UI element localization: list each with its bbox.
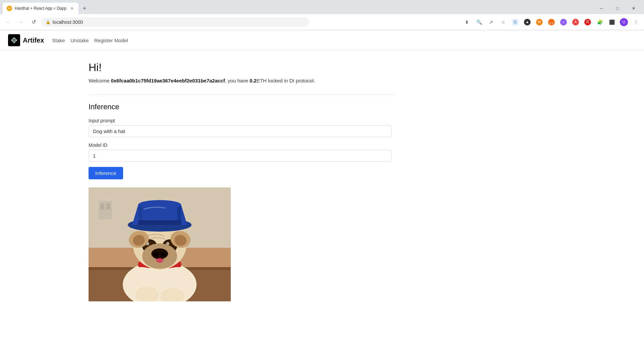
welcome-middle: , you have (225, 78, 250, 83)
welcome-prefix: Welcome (89, 78, 111, 83)
welcome-message: Welcome 0x6fcaa0b1c75fd19ae367e4eebf2e03… (89, 78, 394, 83)
close-button[interactable]: ✕ (626, 3, 641, 14)
ext-icon-2[interactable]: ● (522, 17, 533, 27)
nav-links: Stake Unstake Register Model (52, 36, 128, 45)
tab-favicon: H (7, 6, 12, 11)
model-id-field[interactable] (89, 150, 392, 162)
active-tab[interactable]: H Hardhat + React App = Dapp ✕ (3, 3, 78, 14)
download-icon[interactable]: ⬇ (462, 17, 472, 27)
share-icon[interactable]: ↗ (486, 17, 496, 27)
stake-link[interactable]: Stake (52, 36, 65, 45)
section-divider (89, 94, 394, 95)
generated-image (89, 187, 231, 301)
ext-icon-6[interactable]: A (570, 17, 581, 27)
ext-icon-5[interactable]: ◇ (558, 17, 569, 27)
reload-button[interactable]: ↺ (28, 17, 39, 27)
maximize-button[interactable]: □ (610, 3, 625, 14)
browser-menu[interactable]: ⋮ (631, 17, 641, 27)
register-model-link[interactable]: Register Model (94, 36, 128, 45)
eth-amount: 0.2 (250, 78, 257, 83)
logo-icon (8, 34, 20, 46)
unstake-link[interactable]: Unstake (70, 36, 89, 45)
svg-rect-33 (138, 220, 181, 225)
new-tab-button[interactable]: + (80, 4, 89, 13)
ext-metamask-icon[interactable]: M (534, 17, 545, 27)
input-prompt-label: Input prompt (89, 118, 394, 123)
svg-point-24 (156, 258, 163, 263)
wallet-address: 0x6fcaa0b1c75fd19ae367e4eebf2e031be7a2ac… (111, 78, 225, 83)
back-button[interactable]: ← (3, 17, 13, 27)
svg-point-23 (160, 252, 166, 256)
inference-button[interactable]: Inference (89, 167, 123, 179)
page-content: Artifex Stake Unstake Register Model Hi!… (0, 30, 644, 362)
sidebar-toggle[interactable]: ⬛ (606, 17, 617, 27)
ext-icon-7[interactable]: R (582, 17, 593, 27)
address-bar: ← → ↺ 🔒 localhost:3000 ⬇ 🔍 ↗ ☆ G ● M 🦊 (0, 14, 644, 30)
input-prompt-field[interactable] (89, 125, 392, 137)
forward-button[interactable]: → (15, 17, 26, 27)
model-id-label: Model ID (89, 142, 394, 148)
svg-rect-8 (106, 203, 110, 209)
inference-section-title: Inference (89, 103, 394, 111)
svg-point-22 (154, 252, 159, 256)
ext-icon-1[interactable]: G (510, 17, 521, 27)
welcome-suffix: ETH locked in DI protocol. (257, 78, 315, 83)
lock-icon: 🔒 (46, 20, 51, 24)
user-avatar[interactable]: U (619, 17, 629, 27)
tab-title: Hardhat + React App = Dapp (15, 6, 66, 11)
dog-svg (89, 187, 231, 301)
tab-bar: H Hardhat + React App = Dapp ✕ + ─ □ ✕ (0, 0, 644, 14)
page-greeting: Hi! (89, 61, 394, 74)
url-bar[interactable]: 🔒 localhost:3000 (41, 17, 309, 27)
ext-icon-4[interactable]: 🦊 (546, 17, 557, 27)
url-text: localhost:3000 (53, 19, 83, 25)
search-icon[interactable]: 🔍 (474, 17, 484, 27)
main-content: Hi! Welcome 0x6fcaa0b1c75fd19ae367e4eebf… (0, 51, 483, 312)
ext-puzzle-icon[interactable]: 🧩 (594, 17, 605, 27)
svg-point-32 (138, 200, 181, 209)
bookmark-icon[interactable]: ☆ (498, 17, 508, 27)
browser-chrome: H Hardhat + React App = Dapp ✕ + ─ □ ✕ ←… (0, 0, 644, 30)
app-logo: Artifex (8, 34, 44, 46)
toolbar-icons: ⬇ 🔍 ↗ ☆ G ● M 🦊 ◇ A R (462, 17, 641, 27)
logo-text: Artifex (23, 37, 44, 44)
tab-close-button[interactable]: ✕ (69, 6, 74, 11)
window-controls: ─ □ ✕ (594, 3, 641, 14)
app-navbar: Artifex Stake Unstake Register Model (0, 30, 644, 51)
svg-rect-7 (100, 203, 104, 209)
minimize-button[interactable]: ─ (594, 3, 609, 14)
